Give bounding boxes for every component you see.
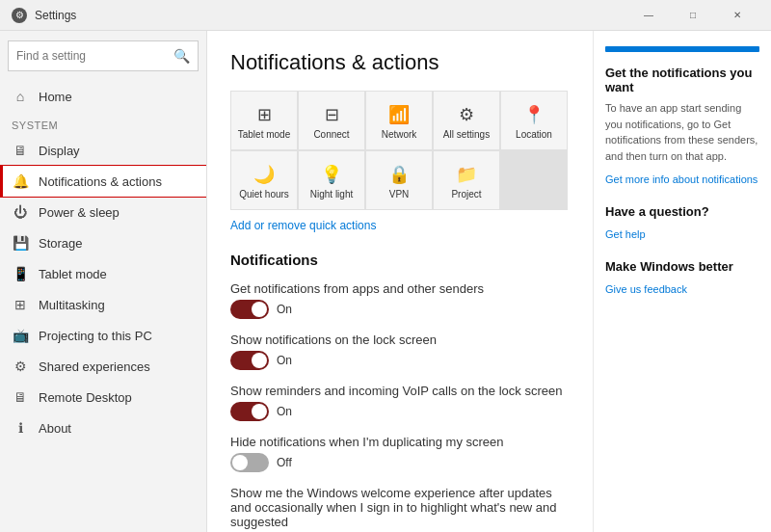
- toggle-apps-senders-switch[interactable]: [230, 300, 269, 319]
- titlebar-controls: — □ ✕: [626, 0, 759, 31]
- qa-tablet-mode[interactable]: ⊞ Tablet mode: [231, 92, 297, 149]
- qa-vpn[interactable]: 🔒 VPN: [366, 151, 432, 209]
- home-icon: ⌂: [12, 89, 29, 104]
- titlebar: ⚙ Settings — □ ✕: [0, 0, 771, 31]
- toggle-lock-screen-state: On: [277, 354, 292, 367]
- rp-section-notifications: Get the notifications you want To have a…: [605, 66, 759, 187]
- notifications-section-title: Notifications: [230, 252, 570, 268]
- toggle-duplicating-state: Off: [277, 456, 292, 469]
- qa-settings-icon: ⚙: [459, 104, 474, 125]
- toggle-reminders-voip-state: On: [277, 405, 292, 418]
- app-container: 🔍 ⌂ Home System 🖥 Display 🔔 Notification…: [0, 31, 771, 532]
- search-icon[interactable]: 🔍: [173, 48, 190, 64]
- minimize-button[interactable]: —: [626, 0, 671, 31]
- maximize-button[interactable]: □: [671, 0, 715, 31]
- rp-heading-notifications: Get the notifications you want: [605, 66, 759, 94]
- rp-heading-question: Have a question?: [605, 204, 759, 219]
- toggle-reminders-voip: Show reminders and incoming VoIP calls o…: [230, 384, 570, 421]
- toggle-duplicating: Hide notifications when I'm duplicating …: [230, 435, 570, 472]
- multitasking-label: Multitasking: [39, 298, 105, 312]
- sidebar-item-shared[interactable]: ⚙ Shared experiences: [0, 351, 206, 382]
- add-remove-quick-actions-link[interactable]: Add or remove quick actions: [230, 219, 376, 232]
- tablet-icon: 📱: [12, 266, 29, 281]
- main-content: Notifications & actions ⊞ Tablet mode ⊟ …: [207, 31, 593, 532]
- qa-vpn-icon: 🔒: [388, 164, 410, 185]
- sidebar-item-storage[interactable]: 💾 Storage: [0, 227, 206, 258]
- sidebar-item-home[interactable]: ⌂ Home: [0, 81, 206, 112]
- qa-network-icon: 📶: [388, 104, 410, 125]
- qa-connect-label: Connect: [313, 129, 349, 141]
- storage-icon: 💾: [12, 235, 29, 251]
- shared-icon: ⚙: [12, 359, 29, 374]
- display-icon: 🖥: [12, 143, 29, 158]
- qa-all-settings[interactable]: ⚙ All settings: [434, 92, 499, 149]
- about-icon: ℹ: [12, 420, 29, 436]
- qa-night-light[interactable]: 💡 Night light: [299, 151, 364, 209]
- rp-link-feedback[interactable]: Give us feedback: [605, 283, 687, 295]
- right-panel: Get the notifications you want To have a…: [593, 31, 771, 532]
- qa-quiet-hours[interactable]: 🌙 Quiet hours: [231, 151, 297, 209]
- shared-label: Shared experiences: [39, 359, 150, 374]
- toggle-reminders-voip-label: Show reminders and incoming VoIP calls o…: [230, 384, 570, 398]
- notifications-icon: 🔔: [12, 173, 29, 189]
- sidebar-item-power[interactable]: ⏻ Power & sleep: [0, 197, 206, 227]
- tablet-label: Tablet mode: [39, 267, 107, 281]
- toggle-duplicating-switch[interactable]: [230, 453, 269, 472]
- qa-quiet-icon: 🌙: [253, 164, 275, 185]
- sidebar-item-multitasking[interactable]: ⊞ Multitasking: [0, 289, 206, 320]
- notifications-label: Notifications & actions: [39, 174, 162, 189]
- toggle-lock-screen-container: On: [230, 351, 570, 370]
- qa-settings-label: All settings: [443, 129, 490, 141]
- rp-link-get-help[interactable]: Get help: [605, 228, 646, 240]
- toggle-apps-senders: Get notifications from apps and other se…: [230, 281, 570, 319]
- remote-label: Remote Desktop: [39, 390, 132, 405]
- qa-tablet-label: Tablet mode: [238, 129, 290, 141]
- search-box: 🔍: [8, 40, 199, 71]
- sidebar-item-tablet[interactable]: 📱 Tablet mode: [0, 258, 206, 289]
- sidebar-section-label: System: [0, 112, 206, 135]
- power-icon: ⏻: [12, 204, 29, 220]
- toggle-duplicating-label: Hide notifications when I'm duplicating …: [230, 435, 570, 449]
- qa-location[interactable]: 📍 Location: [501, 92, 567, 149]
- rp-text-notifications: To have an app start sending you notific…: [605, 100, 759, 164]
- storage-label: Storage: [39, 236, 83, 251]
- sidebar-item-notifications[interactable]: 🔔 Notifications & actions: [0, 166, 206, 197]
- display-label: Display: [39, 144, 80, 158]
- rp-heading-feedback: Make Windows better: [605, 259, 759, 274]
- multitasking-icon: ⊞: [12, 297, 29, 312]
- sidebar-item-display[interactable]: 🖥 Display: [0, 135, 206, 166]
- sidebar: 🔍 ⌂ Home System 🖥 Display 🔔 Notification…: [0, 31, 207, 532]
- projecting-icon: 📺: [12, 328, 29, 343]
- qa-nightlight-icon: 💡: [321, 164, 342, 185]
- power-label: Power & sleep: [39, 205, 120, 220]
- qa-location-label: Location: [516, 129, 552, 141]
- quick-actions-grid: ⊞ Tablet mode ⊟ Connect 📶 Network ⚙ All …: [230, 91, 568, 210]
- toggle-duplicating-container: Off: [230, 453, 570, 472]
- rp-link-more-info[interactable]: Get more info about notifications: [605, 173, 758, 185]
- sidebar-item-about[interactable]: ℹ About: [0, 412, 206, 443]
- search-input[interactable]: [16, 49, 173, 63]
- about-label: About: [39, 421, 71, 436]
- qa-tablet-icon: ⊞: [257, 104, 272, 125]
- qa-connect-icon: ⊟: [325, 104, 339, 125]
- toggle-lock-screen-label: Show notifications on the lock screen: [230, 332, 570, 347]
- titlebar-left: ⚙ Settings: [12, 8, 76, 23]
- qa-nightlight-label: Night light: [310, 189, 353, 200]
- remote-icon: 🖥: [12, 389, 29, 405]
- toggle-apps-senders-label: Get notifications from apps and other se…: [230, 281, 570, 296]
- qa-connect[interactable]: ⊟ Connect: [299, 92, 364, 149]
- home-label: Home: [39, 90, 72, 104]
- qa-network[interactable]: 📶 Network: [366, 92, 432, 149]
- settings-icon: ⚙: [12, 8, 27, 23]
- toggle-reminders-voip-switch[interactable]: [230, 402, 269, 421]
- titlebar-title: Settings: [35, 9, 76, 22]
- qa-location-icon: 📍: [523, 104, 545, 125]
- projecting-label: Projecting to this PC: [39, 329, 152, 343]
- toggle-lock-screen-switch[interactable]: [230, 351, 269, 370]
- sidebar-item-remote[interactable]: 🖥 Remote Desktop: [0, 382, 206, 412]
- close-button[interactable]: ✕: [715, 0, 759, 31]
- qa-project[interactable]: 📁 Project: [434, 151, 499, 209]
- sidebar-item-projecting[interactable]: 📺 Projecting to this PC: [0, 320, 206, 351]
- toggle-reminders-voip-container: On: [230, 402, 570, 421]
- qa-quiet-label: Quiet hours: [239, 189, 289, 200]
